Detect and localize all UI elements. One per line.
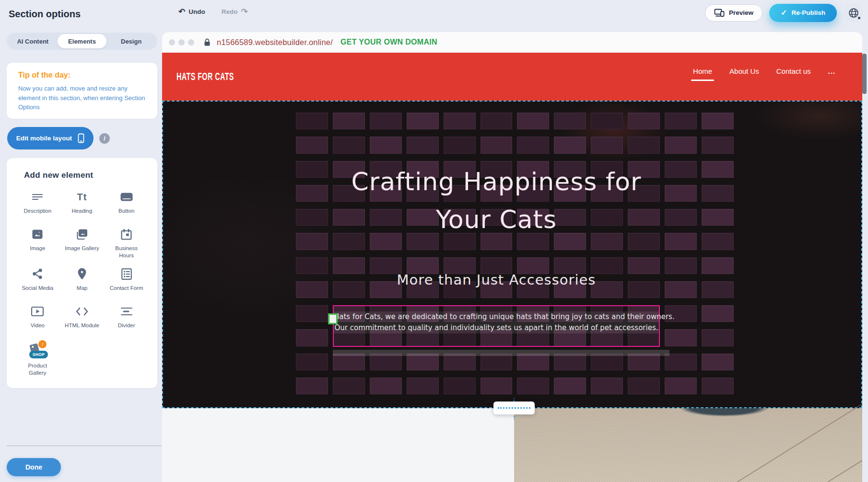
selection-drag-handle[interactable] bbox=[328, 313, 338, 324]
redo-icon: ↷ bbox=[241, 8, 248, 16]
undo-redo-group: ↶ Undo Redo ↷ bbox=[178, 8, 248, 16]
resize-dotted-line bbox=[498, 407, 530, 409]
tab-ai-content[interactable]: AI Content bbox=[8, 34, 58, 48]
image-icon bbox=[31, 227, 44, 241]
map-pin-icon bbox=[77, 267, 87, 281]
preview-button[interactable]: Preview bbox=[705, 4, 762, 22]
element-label: Product Gallery bbox=[20, 362, 55, 377]
tab-design[interactable]: Design bbox=[106, 34, 156, 48]
floor-photo bbox=[514, 408, 862, 482]
info-icon[interactable]: i bbox=[99, 133, 110, 144]
hero-body-line-1: Hats for Cats, we are dedicated to craft… bbox=[334, 311, 659, 322]
element-label: Button bbox=[118, 207, 134, 215]
check-icon: ✓ bbox=[781, 8, 787, 17]
sidebar-divider bbox=[7, 446, 161, 446]
shop-badge: SHOP bbox=[29, 351, 48, 358]
selected-hero-section[interactable]: Crafting Happiness for Your Cats More th… bbox=[162, 101, 862, 408]
hero-body-text: Hats for Cats, we are dedicated to craft… bbox=[334, 311, 659, 333]
element-drop-shadow bbox=[333, 350, 669, 356]
element-label: Video bbox=[31, 322, 45, 329]
tip-title: Tip of the day: bbox=[18, 71, 146, 80]
get-your-own-domain-link[interactable]: GET YOUR OWN DOMAIN bbox=[340, 38, 437, 46]
site-nav: Home About Us Contact us ... bbox=[693, 67, 835, 81]
page-scrollbar[interactable] bbox=[862, 54, 867, 94]
edit-mobile-layout-button[interactable]: Edit mobile layout bbox=[7, 127, 94, 149]
add-element-social-media[interactable]: Social Media bbox=[15, 267, 60, 297]
element-label: Contact Form bbox=[110, 285, 143, 292]
element-label: Divider bbox=[118, 322, 135, 329]
selected-text-element[interactable]: Hats for Cats, we are dedicated to craft… bbox=[333, 305, 660, 347]
divider-icon bbox=[120, 304, 133, 319]
phone-icon bbox=[78, 133, 84, 143]
video-icon bbox=[31, 304, 44, 319]
element-label: Image Gallery bbox=[65, 245, 99, 252]
add-element-image[interactable]: Image bbox=[15, 227, 60, 259]
topbar-actions: Preview ✓ Re-Publish bbox=[705, 3, 863, 23]
tab-elements[interactable]: Elements bbox=[58, 34, 107, 48]
add-element-heading[interactable]: Tt Heading bbox=[60, 190, 105, 219]
nav-contact-us[interactable]: Contact us bbox=[776, 67, 811, 81]
hero-heading[interactable]: Crafting Happiness for Your Cats bbox=[338, 163, 655, 239]
tip-of-the-day-card: Tip of the day: Now you can add, move an… bbox=[7, 63, 157, 119]
tile-grout-line bbox=[809, 437, 862, 482]
add-new-element-title: Add new element bbox=[24, 171, 152, 180]
redo-label: Redo bbox=[222, 8, 238, 15]
section-resize-handle[interactable]: ↓ ↑ bbox=[493, 402, 535, 414]
contact-form-icon bbox=[121, 267, 132, 281]
add-element-divider[interactable]: Divider bbox=[104, 304, 149, 334]
add-element-business-hours[interactable]: Business Hours bbox=[104, 227, 149, 259]
social-media-icon bbox=[32, 267, 44, 281]
add-element-video[interactable]: Video bbox=[15, 304, 60, 334]
window-dots bbox=[169, 39, 194, 46]
add-element-button[interactable]: Button bbox=[104, 190, 149, 219]
nav-more-icon[interactable]: ... bbox=[828, 67, 835, 81]
app-root: Section options ↶ Undo Redo ↷ Preview ✓ … bbox=[0, 0, 868, 482]
add-element-description[interactable]: Description bbox=[15, 190, 60, 219]
heading-icon: Tt bbox=[77, 190, 87, 204]
element-label: Description bbox=[24, 207, 52, 215]
image-gallery-icon bbox=[75, 227, 88, 241]
devices-icon bbox=[714, 9, 725, 17]
nav-home[interactable]: Home bbox=[693, 67, 712, 81]
site-url[interactable]: n1566589.websitebuilder.online/ bbox=[217, 38, 333, 47]
site-header: HATS FOR CATS Home About Us Contact us .… bbox=[162, 53, 862, 101]
element-label: Social Media bbox=[22, 285, 53, 292]
republish-button[interactable]: ✓ Re-Publish bbox=[769, 4, 837, 22]
arrow-up-icon: ↑ bbox=[512, 413, 516, 421]
hero-subheading[interactable]: More than Just Accessories bbox=[397, 272, 596, 288]
element-grid: Description Tt Heading Button bbox=[12, 190, 152, 377]
business-hours-icon bbox=[120, 227, 132, 241]
undo-button[interactable]: ↶ Undo bbox=[178, 8, 205, 16]
element-label: HTML Module bbox=[65, 322, 99, 329]
arrow-down-icon: ↓ bbox=[512, 395, 516, 402]
add-element-image-gallery[interactable]: Image Gallery bbox=[60, 227, 105, 259]
undo-label: Undo bbox=[188, 8, 205, 15]
section-options-tabs: AI Content Elements Design bbox=[7, 33, 157, 50]
add-element-contact-form[interactable]: Contact Form bbox=[104, 267, 149, 297]
add-element-product-gallery[interactable]: ↑ SHOP Product Gallery bbox=[15, 342, 60, 377]
tip-body: Now you can add, move and resize any ele… bbox=[18, 84, 146, 112]
republish-label: Re-Publish bbox=[791, 9, 825, 16]
language-globe-button[interactable] bbox=[844, 3, 863, 23]
description-icon bbox=[31, 190, 44, 204]
done-button[interactable]: Done bbox=[7, 458, 61, 476]
element-label: Map bbox=[77, 285, 87, 292]
add-element-html-module[interactable]: HTML Module bbox=[60, 304, 105, 334]
nav-about-us[interactable]: About Us bbox=[729, 67, 759, 81]
upgrade-arrow-badge: ↑ bbox=[38, 340, 47, 348]
element-label: Business Hours bbox=[109, 245, 144, 259]
globe-dot bbox=[858, 17, 860, 19]
site-preview-viewport: HATS FOR CATS Home About Us Contact us .… bbox=[162, 53, 862, 482]
button-icon bbox=[120, 190, 133, 204]
site-logo[interactable]: HATS FOR CATS bbox=[176, 70, 234, 83]
page-title: Section options bbox=[9, 9, 81, 20]
product-gallery-icon: ↑ SHOP bbox=[27, 342, 48, 358]
undo-icon: ↶ bbox=[178, 8, 185, 16]
code-brackets-icon bbox=[75, 304, 89, 319]
redo-button[interactable]: Redo ↷ bbox=[222, 8, 248, 16]
hero-body-line-2: Our commitment to quality and individual… bbox=[334, 322, 659, 333]
element-label: Heading bbox=[72, 207, 93, 215]
add-element-map[interactable]: Map bbox=[60, 267, 105, 297]
preview-label: Preview bbox=[729, 9, 753, 16]
add-new-element-panel: Add new element Description Tt Heading bbox=[7, 158, 157, 388]
